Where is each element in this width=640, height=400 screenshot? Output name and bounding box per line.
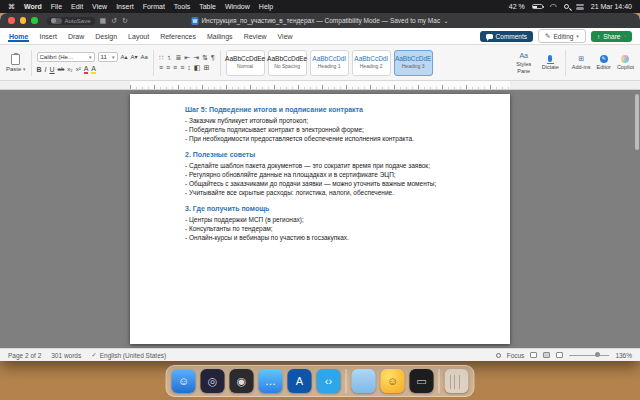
horizontal-ruler[interactable] — [0, 81, 640, 90]
doc-heading[interactable]: 2. Полезные советы — [185, 151, 468, 160]
dark-window-app-dock-icon[interactable]: ▭ — [410, 369, 434, 393]
autosave-control[interactable]: AutoSave — [47, 17, 95, 25]
zoom-window-button[interactable] — [31, 17, 38, 24]
document-page[interactable]: Шаг 5: Подведение итогов и подписание ко… — [130, 94, 510, 344]
print-layout-view-button[interactable] — [543, 352, 550, 358]
menu-item-edit[interactable]: Edit — [71, 3, 83, 10]
web-layout-view-button[interactable] — [556, 352, 563, 358]
doc-line[interactable]: - Победитель подписывает контракт в элек… — [185, 126, 468, 134]
paste-button[interactable]: Paste ▾ — [6, 54, 26, 72]
doc-heading[interactable]: Шаг 5: Подведение итогов и подписание ко… — [185, 106, 468, 115]
control-center-icon[interactable] — [576, 4, 584, 10]
menu-item-table[interactable]: Table — [199, 3, 216, 10]
tab-review[interactable]: Review — [243, 30, 268, 42]
tab-mailings[interactable]: Mailings — [206, 30, 234, 42]
underline-button[interactable]: U — [50, 66, 55, 73]
style-heading-1[interactable]: AaBbCcDdl Heading 1 — [310, 50, 349, 76]
numbering-button[interactable]: ⒈ — [166, 55, 172, 61]
tab-insert[interactable]: Insert — [38, 30, 58, 42]
title-chevron-icon[interactable]: ⌄ — [443, 17, 448, 25]
emoji-app-dock-icon[interactable]: ☺ — [381, 369, 405, 393]
search-icon[interactable] — [564, 4, 569, 9]
font-size-select[interactable]: 11 ▾ — [98, 52, 118, 62]
doc-line[interactable]: - Консультанты по тендерам; — [185, 225, 468, 233]
bullets-button[interactable]: ∷ — [159, 54, 163, 61]
line-spacing-button[interactable]: ↕ — [187, 64, 191, 71]
add-ins-button[interactable]: ⊞ Add-ins — [572, 54, 591, 70]
font-name-select[interactable]: Calibri (He… ▾ — [37, 52, 95, 62]
style-no-spacing[interactable]: AaBbCcDdEe No Spacing — [268, 50, 307, 76]
doc-line[interactable]: - Заказчик публикует итоговый протокол; — [185, 117, 468, 125]
zoom-level[interactable]: 136% — [615, 352, 632, 359]
sort-button[interactable]: ⇅ — [202, 54, 208, 61]
tab-view[interactable]: View — [277, 30, 294, 42]
align-right-button[interactable]: ≡ — [173, 64, 177, 71]
vertical-scrollbar[interactable] — [635, 94, 639, 150]
vscode-dock-icon[interactable]: ‹› — [317, 369, 341, 393]
multilevel-list-button[interactable]: ≣ — [175, 54, 181, 61]
doc-line[interactable]: - Учитывайте все скрытые расходы: логист… — [185, 189, 468, 197]
decrease-indent-button[interactable]: ⇤ — [184, 54, 190, 61]
align-left-button[interactable]: ≡ — [159, 64, 163, 71]
doc-line[interactable]: - Центры поддержки МСП (в регионах); — [185, 216, 468, 224]
doc-line[interactable]: - Общайтесь с заказчиками до подачи заяв… — [185, 180, 468, 188]
minimize-window-button[interactable] — [20, 17, 27, 24]
style-heading-3[interactable]: AaBbCcDdE Heading 3 — [394, 50, 433, 76]
menu-item-view[interactable]: View — [92, 3, 107, 10]
menu-item-help[interactable]: Help — [259, 3, 273, 10]
finder-dock-icon[interactable]: ☺ — [172, 369, 196, 393]
change-case-button[interactable]: Aa — [141, 54, 148, 60]
shrink-font-button[interactable]: A▾ — [131, 54, 138, 60]
redo-icon[interactable]: ↻ — [122, 17, 128, 24]
zoom-slider-knob[interactable] — [595, 352, 600, 357]
comments-button[interactable]: Comments — [480, 31, 533, 42]
wifi-icon[interactable]: ◠ — [550, 4, 557, 9]
dictate-button[interactable]: Dictate — [542, 54, 559, 70]
zoom-slider[interactable] — [569, 355, 609, 356]
menu-item-insert[interactable]: Insert — [116, 3, 134, 10]
styles-pane-button[interactable]: Aa Styles Pane — [512, 51, 536, 73]
doc-line[interactable]: - Сделайте шаблон пакета документов — эт… — [185, 162, 468, 170]
folder-dock-icon[interactable] — [352, 369, 376, 393]
highlight-button[interactable]: A — [91, 65, 96, 74]
page-indicator[interactable]: Page 2 of 2 — [8, 352, 41, 359]
focus-toggle[interactable]: Focus — [507, 352, 525, 359]
subscript-button[interactable]: x₂ — [67, 66, 72, 72]
tab-draw[interactable]: Draw — [67, 30, 85, 42]
spiral-app-dock-icon[interactable]: ◎ — [201, 369, 225, 393]
tab-references[interactable]: References — [159, 30, 197, 42]
battery-icon[interactable] — [532, 4, 543, 9]
doc-line[interactable]: - Регулярно обновляйте данные на площадк… — [185, 171, 468, 179]
tab-design[interactable]: Design — [94, 30, 118, 42]
style-normal[interactable]: AaBbCcDdEe Normal — [226, 50, 265, 76]
camera-app-dock-icon[interactable]: ◉ — [230, 369, 254, 393]
increase-indent-button[interactable]: ⇥ — [193, 54, 199, 61]
grow-font-button[interactable]: A▴ — [121, 54, 128, 60]
tab-home[interactable]: Home — [8, 30, 29, 42]
word-count[interactable]: 301 words — [51, 352, 81, 359]
shading-button[interactable]: ◧ — [194, 64, 201, 71]
menu-item-file[interactable]: File — [51, 3, 62, 10]
menu-item-word[interactable]: Word — [24, 3, 42, 10]
strikethrough-button[interactable]: ab — [58, 66, 65, 72]
share-button[interactable]: ↑ Share ▾ — [591, 31, 632, 42]
undo-icon[interactable]: ↺ — [111, 17, 117, 24]
justify-button[interactable]: ≡ — [180, 64, 184, 71]
tab-layout[interactable]: Layout — [127, 30, 150, 42]
doc-heading[interactable]: 3. Где получить помощь — [185, 205, 468, 214]
menu-item-tools[interactable]: Tools — [174, 3, 190, 10]
autosave-toggle[interactable] — [51, 18, 62, 24]
menu-item-window[interactable]: Window — [225, 3, 250, 10]
doc-line[interactable]: - Онлайн-курсы и вебинары по участию в г… — [185, 234, 468, 242]
blue-app-dock-icon[interactable]: A — [288, 369, 312, 393]
doc-line[interactable]: - При необходимости предоставляется обес… — [185, 135, 468, 143]
menu-bar-clock[interactable]: 21 Mar 14:40 — [591, 3, 632, 10]
style-heading-2[interactable]: AaBbCcDdl Heading 2 — [352, 50, 391, 76]
bold-button[interactable]: B — [37, 66, 42, 73]
editing-mode-button[interactable]: ✎ Editing ▾ — [538, 29, 586, 43]
trash-icon[interactable] — [445, 369, 469, 393]
language-selector[interactable]: ✓ English (United States) — [91, 351, 166, 359]
show-paragraph-marks-button[interactable]: ¶ — [211, 54, 215, 61]
italic-button[interactable]: I — [45, 66, 47, 73]
borders-button[interactable]: ⊞ — [203, 64, 209, 71]
